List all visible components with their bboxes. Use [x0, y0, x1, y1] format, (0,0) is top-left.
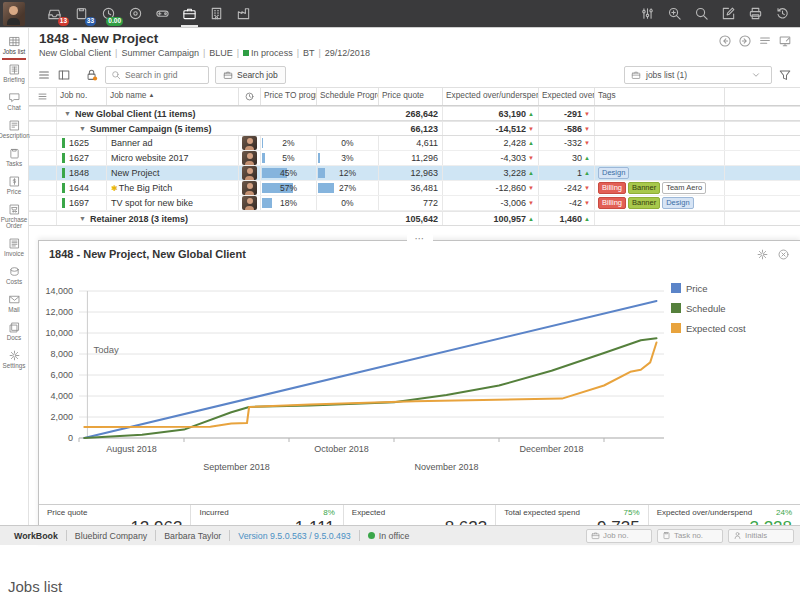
zoom-in-icon[interactable]	[661, 0, 688, 28]
sidebar-item-briefing[interactable]: Briefing	[0, 60, 28, 88]
topbar-left-icons: 13330.00	[41, 0, 257, 28]
summary-label: Total expected spend	[504, 508, 580, 517]
tag-badge[interactable]: Design	[662, 197, 693, 209]
scheduling-icon[interactable]	[122, 0, 149, 28]
column-header[interactable]: Expected over/underspend hours	[539, 88, 595, 105]
sidebar-item-purchase-order[interactable]: Purchase Order	[0, 200, 28, 235]
svg-text:14,000: 14,000	[45, 286, 73, 296]
table-row[interactable]: 1848New Project45%12%12,9633,228▲1▲Desig…	[29, 166, 800, 181]
tag-badge[interactable]: Team Aero	[662, 182, 706, 194]
row-drag-header[interactable]	[29, 88, 57, 105]
status-bar-indicator	[62, 153, 65, 163]
sidebar-item-price[interactable]: Price	[0, 172, 28, 200]
list-view-icon[interactable]	[758, 34, 772, 48]
tag-badge[interactable]: Billing	[598, 197, 626, 209]
statusbar-user[interactable]: Barbara Taylor	[156, 531, 229, 541]
column-header[interactable]: Schedule Progress	[317, 88, 379, 105]
resources-icon[interactable]	[149, 0, 176, 28]
adjustments-icon[interactable]	[634, 0, 661, 28]
column-header[interactable]	[239, 88, 261, 105]
column-header[interactable]: Price quote	[379, 88, 443, 105]
column-header[interactable]: Price TO progress	[261, 88, 317, 105]
sidebar-item-costs[interactable]: Costs	[0, 262, 28, 290]
sidebar-item-description[interactable]: Description	[0, 116, 28, 144]
sidebar-item-invoice[interactable]: Invoice	[0, 234, 28, 262]
tasks-icon[interactable]: 33	[68, 0, 95, 28]
presence-indicator[interactable]: In office	[360, 531, 418, 541]
grid-header-row: Job no.Job name▲Price TO progressSchedul…	[29, 88, 800, 106]
search-icon[interactable]	[688, 0, 715, 28]
history-icon[interactable]	[769, 0, 796, 28]
chevron-down-icon[interactable]: ▼	[64, 110, 71, 117]
column-header[interactable]: Job name▲	[107, 88, 239, 105]
schedule-progress-cell: 3%	[317, 151, 379, 165]
sidebar-item-jobs-list[interactable]: Jobs list	[0, 32, 28, 60]
table-row[interactable]: 1627Micro website 20175%3%11,296-4,303▼3…	[29, 151, 800, 166]
sidebar-item-chat[interactable]: Chat	[0, 88, 28, 116]
search-input[interactable]	[125, 70, 205, 80]
panel-settings-icon[interactable]	[756, 248, 769, 261]
presence-dot-icon	[368, 532, 375, 539]
column-header[interactable]: Tags	[595, 88, 725, 105]
svg-text:Today: Today	[93, 344, 119, 355]
panel-drag-handle[interactable]: ⋯	[407, 234, 433, 244]
sidebar-item-tasks[interactable]: Tasks	[0, 144, 28, 172]
quick-input-initials[interactable]: Initials	[728, 529, 794, 543]
svg-text:10,000: 10,000	[45, 328, 73, 338]
chevron-down-icon[interactable]: ▼	[79, 215, 86, 222]
back-icon[interactable]	[718, 34, 732, 48]
schedule-progress-cell: 12%	[317, 166, 379, 180]
companies-icon[interactable]	[230, 0, 257, 28]
grid-search	[105, 66, 209, 84]
tag-badge[interactable]: Design	[598, 167, 629, 179]
view-selector[interactable]: jobs list (1)	[624, 66, 772, 84]
filter-funnel-icon[interactable]	[778, 68, 792, 82]
user-avatar[interactable]	[3, 2, 25, 26]
menu-icon[interactable]	[37, 68, 51, 82]
summary-percent: 24%	[776, 508, 792, 517]
tag-badge[interactable]: Billing	[598, 182, 626, 194]
forward-icon[interactable]	[738, 34, 752, 48]
search-job-button[interactable]: Search job	[215, 66, 286, 84]
chevron-down-icon[interactable]: ▼	[79, 125, 86, 132]
summary-label: Price quote	[47, 508, 87, 517]
clients-icon[interactable]	[203, 0, 230, 28]
panel-close-icon[interactable]	[777, 248, 790, 261]
schedule-progress-cell: 0%	[317, 196, 379, 210]
statusbar-app: WorkBook	[6, 531, 66, 541]
price-progress-cell: 45%	[261, 166, 317, 180]
jobs-icon[interactable]	[176, 0, 203, 28]
compose-icon[interactable]	[715, 0, 742, 28]
table-row[interactable]: 1644✱The Big Pitch57%27%36,481-12,860▼-2…	[29, 181, 800, 196]
sidebar-item-docs[interactable]: Docs	[0, 318, 28, 346]
table-row[interactable]: 1625Banner ad2%0%4,6112,428▲-332▼	[29, 136, 800, 151]
sidebar-item-settings[interactable]: Settings	[0, 346, 28, 374]
tag-badge[interactable]: Banner	[628, 197, 660, 209]
lock-icon[interactable]	[85, 68, 99, 82]
sidebar-item-mail[interactable]: Mail	[0, 290, 28, 318]
group-row[interactable]: ▼Summer Campaign (5 items)66,123-14,512▼…	[29, 121, 800, 136]
price-progress-cell: 2%	[261, 136, 317, 150]
column-header[interactable]: Expected over/underspend	[443, 88, 539, 105]
table-row[interactable]: 1697TV spot for new bike18%0%772-3,006▼-…	[29, 196, 800, 211]
avatar	[242, 136, 257, 150]
time-entry-icon[interactable]: 0.00	[95, 0, 122, 28]
inbox-icon[interactable]: 13	[41, 0, 68, 28]
quick-input-task-no-[interactable]: Task no.	[657, 529, 723, 543]
page-subtitle: New Global Client| Summer Campaign| BLUE…	[39, 48, 794, 58]
topbar-right-icons	[634, 0, 796, 28]
column-header[interactable]: Job no.	[57, 88, 107, 105]
status-bar-indicator	[62, 138, 65, 148]
display-icon[interactable]	[778, 34, 792, 48]
svg-text:Expected cost: Expected cost	[686, 323, 746, 334]
statusbar-company[interactable]: Bluebird Company	[67, 531, 155, 541]
group-row[interactable]: ▼Retainer 2018 (3 items)105,642100,957▲1…	[29, 211, 800, 226]
schedule-progress-cell: 0%	[317, 136, 379, 150]
tag-badge[interactable]: Banner	[628, 182, 660, 194]
summary-label: Expected	[352, 508, 385, 517]
quick-input-job-no-[interactable]: Job no.	[586, 529, 652, 543]
print-icon[interactable]	[742, 0, 769, 28]
svg-text:6,000: 6,000	[50, 370, 73, 380]
panel-icon[interactable]	[57, 68, 71, 82]
group-row[interactable]: ▼New Global Client (11 items)268,64263,1…	[29, 106, 800, 121]
